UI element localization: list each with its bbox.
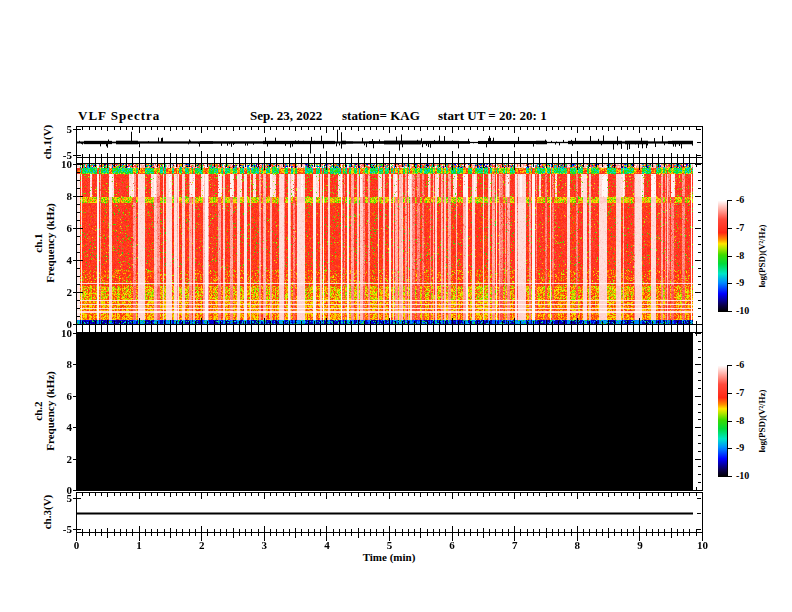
time-tick-label: 6 [437,539,467,551]
time-tick-label: 7 [500,539,530,551]
ch3-waveform-ytick: -5 [36,523,72,535]
ch1-spectrogram-ytick: 4 [36,254,72,266]
ch1-frequency-axis-label: ch.1 Frequency (kHz) [32,203,56,283]
ch3-waveform-panel [72,492,704,533]
ch2-frequency-axis-label: ch.2 Frequency (kHz) [32,371,56,451]
time-tick-label: 10 [688,539,718,551]
colorbar-ch1-tick: -9 [736,277,744,288]
colorbar-ch1-tick: -6 [736,194,744,205]
colorbar-ch2-tick: -10 [736,470,749,481]
ch1-frequency-axis-label-line2: Frequency (kHz) [44,203,56,283]
date-label: Sep. 23, 2022 [250,108,322,124]
ch1-waveform-ytick: 5 [36,123,72,135]
colorbar-ch2-tick: -8 [736,415,744,426]
time-tick-label: 3 [249,539,279,551]
time-tick-label: 0 [62,539,92,551]
colorbar-ch1-tick: -10 [736,305,749,316]
ch1-spectrogram-ytick: 8 [36,190,72,202]
page-title: VLF Spectra [78,108,160,124]
time-tick-label: 4 [312,539,342,551]
ch2-frequency-axis-label-line1: ch.2 [32,371,44,451]
time-tick-label: 1 [124,539,154,551]
ch1-spectrogram-ytick: 2 [36,286,72,298]
ch1-spectrogram-ytick: 6 [36,222,72,234]
ch2-frequency-axis-label-line2: Frequency (kHz) [44,371,56,451]
colorbar-ch2-tick: -9 [736,442,744,453]
axis-tick-strip-2 [76,325,704,332]
ch2-spectrogram-ytick: 8 [36,358,72,370]
ch2-spectrogram-ytick: 4 [36,421,72,433]
colorbar-ch1-tick: -8 [736,250,744,261]
ch2-spectrogram-ytick: 10 [36,327,72,339]
station-label: station= KAG [342,108,420,124]
colorbar-ch1-tick: -7 [736,222,744,233]
colorbar-ch2 [718,364,734,478]
ch2-spectrogram-ytick: 2 [36,453,72,465]
time-axis-label: Time (min) [339,551,439,563]
ch1-frequency-axis-label-line1: ch.1 [32,203,44,283]
start-ut-label: start UT = 20: 20: 1 [438,108,547,124]
ch1-waveform-panel [72,126,704,158]
ch2-spectrogram-ytick: 6 [36,390,72,402]
colorbar-ch1 [718,199,734,313]
ch1-waveform-ytick: -5 [36,149,72,161]
ch3-waveform-ytick: 5 [36,492,72,504]
vlf-spectra-plot: VLF Spectra Sep. 23, 2022 station= KAG s… [0,0,792,612]
time-tick-label: 5 [375,539,405,551]
colorbar-ch2-tick: -6 [736,359,744,370]
ch2-spectrogram-panel [72,332,704,491]
time-tick-label: 9 [625,539,655,551]
ch1-spectrogram-panel [72,163,704,325]
colorbar-ch1-label: log(PSD)(V²/Hz) [757,224,767,287]
colorbar-ch2-label: log(PSD)(V²/Hz) [757,389,767,452]
time-tick-label: 2 [187,539,217,551]
time-tick-label: 8 [562,539,592,551]
colorbar-ch2-tick: -7 [736,387,744,398]
